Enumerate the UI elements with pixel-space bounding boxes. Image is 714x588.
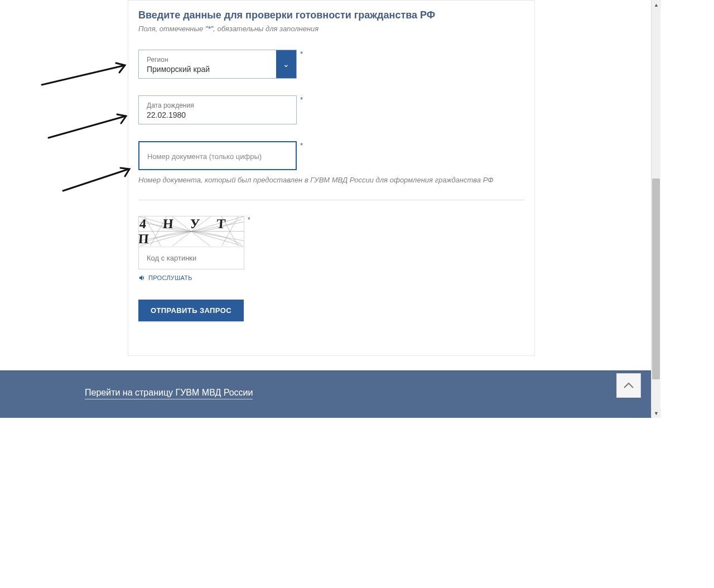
dob-label: Дата рождения xyxy=(147,102,288,109)
submit-button[interactable]: ОТПРАВИТЬ ЗАПРОС xyxy=(138,300,244,321)
captcha-glyphs: 4 Н У Т П xyxy=(139,216,244,247)
asterisk-mark: "*" xyxy=(205,25,213,33)
annotation-arrow-2 xyxy=(46,109,135,144)
dob-field-row: Дата рождения 22.02.1980 * xyxy=(138,95,297,124)
form-title: Введите данные для проверки готовности г… xyxy=(138,9,524,21)
annotation-arrow-1 xyxy=(39,56,134,91)
required-asterisk: * xyxy=(300,50,303,58)
doc-number-input[interactable]: Номер документа (только цифры) xyxy=(138,141,297,170)
doc-text: Номер документа (только цифры) xyxy=(139,142,296,169)
dob-input[interactable]: Дата рождения 22.02.1980 xyxy=(138,95,297,124)
region-dropdown-button[interactable]: ⌄ xyxy=(276,50,296,78)
listen-label: ПРОСЛУШАТЬ xyxy=(148,274,192,281)
region-value: Приморский край xyxy=(147,65,268,74)
captcha-input[interactable]: Код с картинки xyxy=(139,247,244,269)
page-viewport: ▲ ▼ Введите данные для проверки готовнос… xyxy=(0,0,660,418)
svg-line-2 xyxy=(63,170,127,191)
dob-value: 22.02.1980 xyxy=(147,110,288,119)
required-asterisk: * xyxy=(248,216,250,224)
footer-bar: Перейти на страницу ГУВМ МВД России xyxy=(0,370,651,418)
captcha-listen-link[interactable]: ПРОСЛУШАТЬ xyxy=(138,274,524,282)
region-field-row: Регион Приморский край ⌄ * xyxy=(138,50,297,79)
form-card: Введите данные для проверки готовности г… xyxy=(128,0,535,356)
scroll-up-arrow-icon[interactable]: ▲ xyxy=(652,0,661,9)
form-divider xyxy=(138,200,524,200)
required-asterisk: * xyxy=(300,141,303,150)
doc-label: Номер документа (только цифры) xyxy=(147,152,288,161)
vertical-scrollbar[interactable]: ▲ ▼ xyxy=(651,0,660,418)
speaker-icon xyxy=(138,274,146,282)
captcha-box: 4 Н У Т П Код с картинки xyxy=(138,216,244,269)
annotation-arrow-3 xyxy=(60,162,138,197)
form-subtitle: Поля, отмеченные "*", обязательны для за… xyxy=(138,25,524,33)
dob-text: Дата рождения 22.02.1980 xyxy=(139,96,296,124)
subtitle-text-post: , обязательны для заполнения xyxy=(213,25,319,33)
required-asterisk: * xyxy=(300,95,303,104)
scrollbar-thumb[interactable] xyxy=(652,179,660,379)
region-select[interactable]: Регион Приморский край ⌄ xyxy=(138,50,297,79)
scroll-down-arrow-icon[interactable]: ▼ xyxy=(652,408,661,418)
svg-line-0 xyxy=(42,66,123,85)
captcha-image: 4 Н У Т П xyxy=(139,216,244,247)
subtitle-text-pre: Поля, отмеченные xyxy=(138,25,205,33)
scroll-to-top-button[interactable] xyxy=(616,373,641,398)
chevron-up-icon xyxy=(623,382,634,389)
doc-help-text: Номер документа, который был предоставле… xyxy=(138,176,524,184)
region-label: Регион xyxy=(147,56,268,64)
captcha-block: 4 Н У Т П Код с картинки * xyxy=(138,216,524,269)
captcha-input-label: Код с картинки xyxy=(147,254,196,262)
chevron-down-icon: ⌄ xyxy=(283,60,290,69)
svg-line-1 xyxy=(49,117,124,138)
region-text: Регион Приморский край xyxy=(139,50,276,78)
footer-link[interactable]: Перейти на страницу ГУВМ МВД России xyxy=(85,388,253,399)
doc-field-row: Номер документа (только цифры) * xyxy=(138,141,297,170)
